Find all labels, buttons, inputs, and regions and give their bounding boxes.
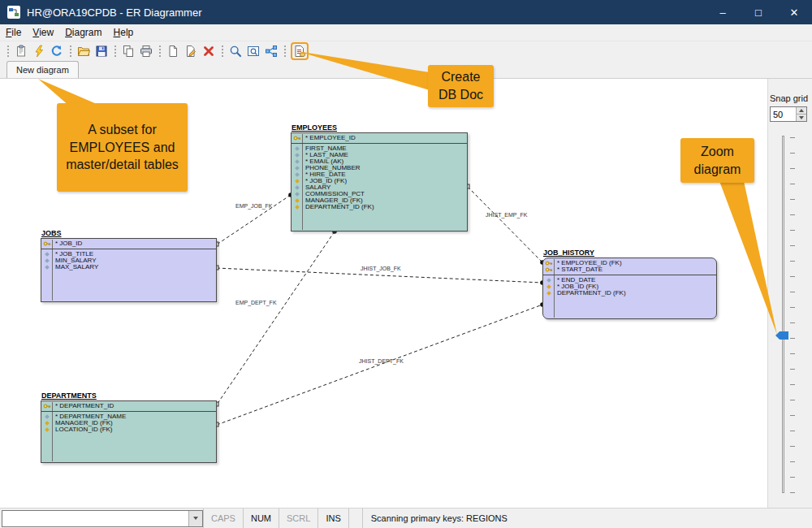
spin-down-icon xyxy=(799,116,804,119)
menu-help[interactable]: Help xyxy=(108,25,140,40)
paste-icon xyxy=(15,45,28,58)
column-name: * DEPARTMENT_ID xyxy=(52,403,114,409)
share-diagram-icon xyxy=(265,45,278,58)
er-table-jobs[interactable]: JOBS * JOB_ID * JOB_TITLE MIN_SALARY MAX… xyxy=(41,229,217,302)
tab-new-diagram[interactable]: New diagram xyxy=(6,61,79,78)
menu-file[interactable]: File xyxy=(0,25,27,40)
relationship-label: JHIST_EMP_FK xyxy=(486,212,527,218)
column-icon xyxy=(41,253,52,256)
chevron-down-icon xyxy=(193,517,198,520)
er-table-departments[interactable]: DEPARTMENTS * DEPARTMENT_ID * DEPARTMENT… xyxy=(41,392,217,463)
zoom-slider-ticks xyxy=(790,137,795,493)
save-button[interactable] xyxy=(93,42,110,60)
menubar: File View Diagram Help xyxy=(0,24,812,41)
foreign-key-icon xyxy=(41,428,52,431)
zoom-slider[interactable] xyxy=(768,136,812,493)
zoom-slider-track[interactable] xyxy=(782,136,784,493)
print-icon xyxy=(140,45,153,58)
spin-up-button[interactable] xyxy=(797,107,806,114)
column-icon xyxy=(292,167,302,170)
create-db-doc-button[interactable] xyxy=(291,42,309,60)
zoom-button[interactable] xyxy=(227,42,244,60)
combo-dropdown-button[interactable] xyxy=(188,511,202,526)
column-icon xyxy=(292,160,302,163)
callout-create-db-doc: Create DB Doc xyxy=(428,65,494,107)
open-button[interactable] xyxy=(75,42,93,60)
toolbar-grip xyxy=(283,45,287,58)
titlebar: HR@ORA19CPDB - ER Diagrammer – □ ✕ xyxy=(0,0,812,24)
column-icon xyxy=(292,173,302,176)
foreign-key-icon xyxy=(292,199,302,202)
num-indicator: NUM xyxy=(244,513,279,523)
snap-grid-label: Snap grid xyxy=(770,93,808,103)
snap-grid-input[interactable] xyxy=(771,107,796,121)
column-icon xyxy=(41,259,52,262)
table-title: EMPLOYEES xyxy=(292,123,468,132)
maximize-button[interactable]: □ xyxy=(741,0,776,24)
copy-button[interactable] xyxy=(119,42,137,60)
new-document-button[interactable] xyxy=(164,42,182,60)
er-table-employees[interactable]: EMPLOYEES * EMPLOYEE_ID FIRST_NAME * LAS… xyxy=(291,123,468,232)
new-document-icon xyxy=(166,45,179,58)
relationship-label: JHIST_JOB_FK xyxy=(361,266,401,271)
app-icon xyxy=(6,5,21,19)
refresh-button[interactable] xyxy=(48,42,66,60)
primary-key-icon xyxy=(41,240,52,247)
toolbar-grip xyxy=(158,45,162,58)
zoom-slider-thumb[interactable] xyxy=(775,331,788,340)
column-name: DEPARTMENT_ID (FK) xyxy=(554,290,626,296)
refresh-icon xyxy=(50,45,63,58)
column-name: * JOB_ID xyxy=(52,240,82,247)
er-table-job-history[interactable]: JOB_HISTORY * EMPLOYEE_ID (FK) * START_D… xyxy=(542,249,717,319)
primary-key-icon xyxy=(41,403,52,409)
column-icon xyxy=(292,193,302,196)
foreign-key-icon xyxy=(543,285,554,288)
execute-icon xyxy=(32,45,45,58)
foreign-key-icon xyxy=(292,206,302,209)
tab-bar: New diagram xyxy=(0,61,812,79)
column-icon xyxy=(543,279,554,282)
spin-down-button[interactable] xyxy=(797,114,806,121)
column-icon xyxy=(41,415,52,418)
column-icon xyxy=(41,266,52,269)
toolbar-grip xyxy=(220,45,224,58)
minimize-button[interactable]: – xyxy=(705,0,741,24)
fit-to-window-button[interactable] xyxy=(244,42,262,60)
delete-icon xyxy=(202,45,215,58)
print-button[interactable] xyxy=(137,42,155,60)
status-message: Scanning primary keys: REGIONS xyxy=(363,513,508,523)
window-title: HR@ORA19CPDB - ER Diagrammer xyxy=(27,6,705,19)
callout-subset-note: A subset for EMPLOYEES and master/detail… xyxy=(57,103,188,192)
caps-indicator: CAPS xyxy=(204,513,243,523)
menu-view[interactable]: View xyxy=(27,25,59,40)
snap-grid-spinner[interactable] xyxy=(770,106,807,122)
open-folder-icon xyxy=(77,45,90,58)
paste-button[interactable] xyxy=(12,42,30,60)
statusbar-divider xyxy=(348,509,349,528)
relationship-label: EMP_JOB_FK xyxy=(235,203,273,209)
execute-button[interactable] xyxy=(30,42,48,60)
create-db-doc-icon xyxy=(293,45,306,58)
share-diagram-button[interactable] xyxy=(262,42,280,60)
table-title: JOB_HISTORY xyxy=(543,249,717,257)
toolbar-grip xyxy=(6,45,10,58)
menu-diagram[interactable]: Diagram xyxy=(59,25,107,40)
save-icon xyxy=(95,45,108,58)
primary-key-icon xyxy=(292,135,302,141)
toolbar xyxy=(0,41,812,61)
column-name: LOCATION_ID (FK) xyxy=(52,426,113,433)
ins-indicator: INS xyxy=(318,513,348,523)
close-button[interactable]: ✕ xyxy=(776,0,812,24)
delete-button[interactable] xyxy=(200,42,218,60)
column-name: * START_DATE xyxy=(554,266,603,273)
right-panel: Snap grid xyxy=(767,79,812,508)
toolbar-grip xyxy=(113,45,117,58)
search-combo-input[interactable] xyxy=(2,511,188,526)
column-icon xyxy=(292,186,302,189)
foreign-key-icon xyxy=(292,180,302,183)
column-name: * EMPLOYEE_ID xyxy=(302,135,356,141)
search-combo[interactable] xyxy=(2,510,203,527)
edit-document-button[interactable] xyxy=(182,42,200,60)
column-icon xyxy=(292,147,302,150)
callout-zoom-diagram: Zoom diagram xyxy=(680,138,754,183)
